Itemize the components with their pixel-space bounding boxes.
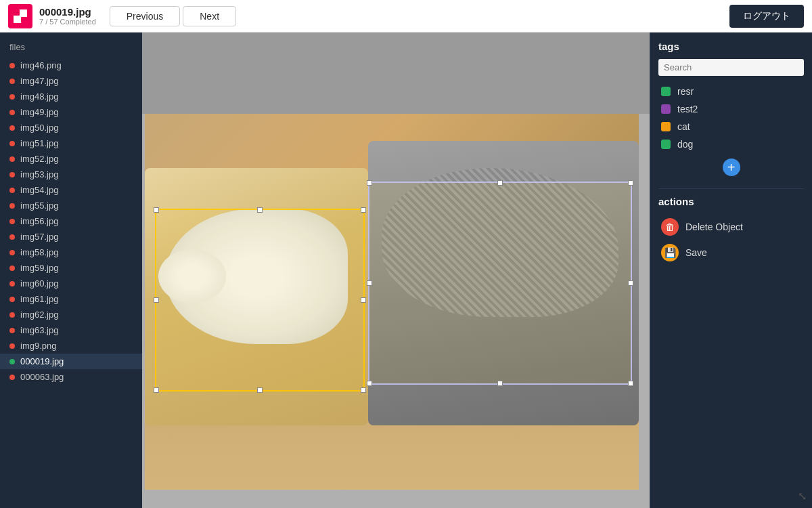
file-status-dot xyxy=(9,125,15,131)
tag-color-dot xyxy=(661,87,671,96)
file-status-dot xyxy=(9,79,15,84)
file-status-dot xyxy=(9,94,15,100)
tag-item[interactable]: test2 xyxy=(658,100,804,118)
file-list-item[interactable]: 000019.jpg xyxy=(0,354,142,369)
handle-tr-2[interactable] xyxy=(628,180,633,186)
file-name-label: img52.jpg xyxy=(20,154,58,164)
file-list-item[interactable]: img57.jpg xyxy=(0,229,142,245)
file-status-dot xyxy=(9,188,15,193)
file-name-label: img54.jpg xyxy=(20,185,58,195)
delete-icon: 🗑 xyxy=(661,218,679,236)
canvas-area[interactable] xyxy=(142,33,650,508)
resize-handle-icon[interactable]: ⤡ xyxy=(798,490,807,503)
handle-br-1[interactable] xyxy=(361,387,366,393)
file-list-item[interactable]: img9.png xyxy=(0,338,142,354)
bounding-box-2[interactable] xyxy=(368,182,632,385)
handle-tm-2[interactable] xyxy=(497,180,503,186)
handle-rm-1[interactable] xyxy=(361,297,366,303)
panel-divider xyxy=(658,188,804,189)
file-name-label: img63.jpg xyxy=(20,325,58,335)
file-list-item[interactable]: img46.png xyxy=(0,58,142,73)
file-list-item[interactable]: img47.jpg xyxy=(0,73,142,89)
handle-tm-1[interactable] xyxy=(257,207,263,213)
file-name-label: img46.png xyxy=(20,60,62,70)
handle-tl-2[interactable] xyxy=(367,180,372,186)
handle-tl-1[interactable] xyxy=(154,207,159,213)
file-list-item[interactable]: img48.jpg xyxy=(0,89,142,104)
file-status-dot xyxy=(9,343,15,349)
next-button[interactable]: Next xyxy=(183,6,236,26)
save-icon: 💾 xyxy=(661,244,679,261)
file-name-label: img58.jpg xyxy=(20,247,58,257)
file-status-dot xyxy=(9,297,15,302)
handle-bm-2[interactable] xyxy=(497,381,503,386)
file-list-item[interactable]: img63.jpg xyxy=(0,322,142,338)
tag-item[interactable]: dog xyxy=(658,135,804,153)
handle-br-2[interactable] xyxy=(628,381,633,386)
file-name-label: img62.jpg xyxy=(20,310,58,320)
tag-color-dot xyxy=(661,104,671,114)
file-list-item[interactable]: 000063.jpg xyxy=(0,369,142,385)
tag-label: test2 xyxy=(677,104,698,114)
file-list-item[interactable]: img61.jpg xyxy=(0,291,142,307)
handle-lm-1[interactable] xyxy=(154,297,159,303)
file-name-label: img9.png xyxy=(20,341,56,351)
handle-rm-2[interactable] xyxy=(628,280,633,286)
previous-button[interactable]: Previous xyxy=(110,6,180,26)
file-list-item[interactable]: img55.jpg xyxy=(0,198,142,213)
file-list-item[interactable]: img54.jpg xyxy=(0,182,142,198)
actions-section-label: actions xyxy=(658,196,804,207)
file-status-dot xyxy=(9,172,15,177)
header: 000019.jpg 7 / 57 Completed Previous Nex… xyxy=(0,0,812,33)
handle-tr-1[interactable] xyxy=(361,207,366,213)
image-container[interactable] xyxy=(142,114,650,508)
annotation-image[interactable] xyxy=(145,114,639,490)
file-list-item[interactable]: img49.jpg xyxy=(0,104,142,120)
tags-section-label: tags xyxy=(658,41,804,52)
handle-bm-1[interactable] xyxy=(257,387,263,393)
file-list-item[interactable]: img62.jpg xyxy=(0,307,142,322)
delete-object-action[interactable]: 🗑 Delete Object xyxy=(658,214,804,240)
file-name-label: img56.jpg xyxy=(20,216,58,226)
file-list-item[interactable]: img52.jpg xyxy=(0,151,142,167)
tag-item[interactable]: cat xyxy=(658,118,804,135)
file-name-label: img49.jpg xyxy=(20,107,58,117)
file-status-dot xyxy=(9,219,15,224)
file-list-item[interactable]: img56.jpg xyxy=(0,213,142,229)
file-name-label: 000019.jpg xyxy=(20,356,64,366)
logo-cell-2 xyxy=(21,9,27,16)
file-status-dot xyxy=(9,312,15,318)
file-list-item[interactable]: img58.jpg xyxy=(0,245,142,260)
file-status-dot xyxy=(9,234,15,240)
file-list-item[interactable]: img50.jpg xyxy=(0,120,142,135)
main-layout: files img46.pngimg47.jpgimg48.jpgimg49.j… xyxy=(0,33,812,508)
file-name-label: img59.jpg xyxy=(20,263,58,273)
file-status-dot xyxy=(9,266,15,271)
delete-label: Delete Object xyxy=(685,221,743,232)
file-status-dot xyxy=(9,63,15,68)
file-list-item[interactable]: img60.jpg xyxy=(0,276,142,291)
file-list-item[interactable]: img51.jpg xyxy=(0,135,142,151)
files-section-label: files xyxy=(0,39,142,58)
logout-button[interactable]: ログアウト xyxy=(729,5,804,28)
handle-lm-2[interactable] xyxy=(367,280,372,286)
file-title: 000019.jpg xyxy=(39,6,96,18)
save-action[interactable]: 💾 Save xyxy=(658,240,804,266)
add-tag-button[interactable]: + xyxy=(658,158,804,176)
tag-label: dog xyxy=(677,139,693,150)
tag-item[interactable]: resr xyxy=(658,83,804,100)
handle-bl-1[interactable] xyxy=(154,387,159,393)
file-name-label: 000063.jpg xyxy=(20,372,64,382)
file-name-label: img53.jpg xyxy=(20,169,58,179)
bounding-box-1[interactable] xyxy=(155,209,365,391)
file-name-label: img50.jpg xyxy=(20,123,58,133)
tag-search-input[interactable] xyxy=(658,59,804,76)
file-list-item[interactable]: img53.jpg xyxy=(0,167,142,182)
file-status-dot xyxy=(9,250,15,255)
file-list-item[interactable]: img59.jpg xyxy=(0,260,142,276)
file-status-dot xyxy=(9,328,15,333)
file-status-dot xyxy=(9,156,15,162)
handle-bl-2[interactable] xyxy=(367,381,372,386)
file-status-dot xyxy=(9,281,15,287)
tag-label: cat xyxy=(677,121,690,132)
